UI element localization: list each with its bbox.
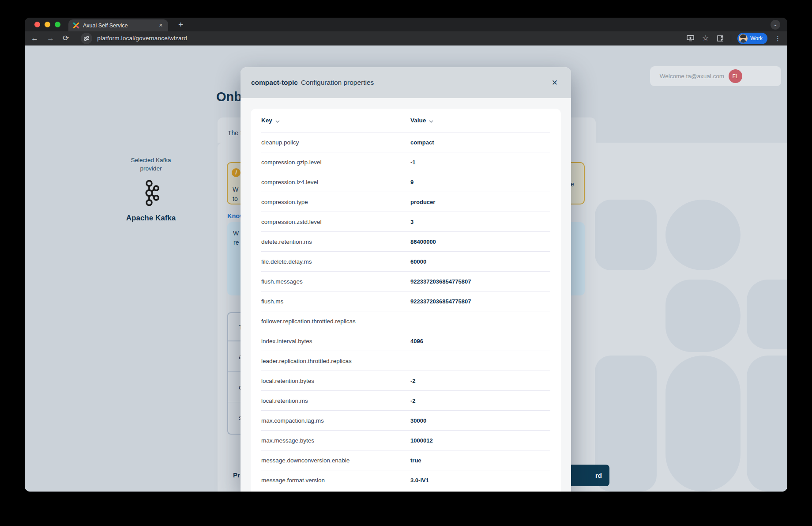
table-row[interactable]: flush.ms9223372036854775807	[261, 291, 550, 311]
table-row[interactable]: flush.messages9223372036854775807	[261, 272, 550, 291]
macos-zoom-button[interactable]	[55, 22, 60, 27]
config-value: 30000	[410, 417, 426, 424]
config-value: 4096	[410, 338, 423, 344]
modal-title: Configuration properties	[301, 79, 550, 87]
info-text-fragment: re	[233, 239, 239, 246]
welcome-chip: Welcome ta@axual.com FL	[650, 66, 781, 86]
welcome-text: Welcome ta@axual.com	[658, 73, 724, 79]
browser-menu-icon[interactable]: ⋮	[774, 34, 781, 42]
modal-header: compact-topic Configuration properties ✕	[241, 67, 571, 98]
config-table: Key Value cleanup.policycompactc	[251, 109, 561, 492]
config-key: follower.replication.throttled.replicas	[261, 318, 410, 325]
table-row[interactable]: max.compaction.lag.ms30000	[261, 411, 550, 431]
config-key: compression.type	[261, 199, 410, 205]
table-row[interactable]: local.retention.bytes-2	[261, 371, 550, 391]
profile-avatar	[739, 34, 748, 43]
close-icon[interactable]: ✕	[550, 77, 560, 88]
extensions-puzzle-icon[interactable]	[717, 35, 724, 42]
table-row[interactable]: leader.replication.throttled.replicas	[261, 351, 550, 371]
config-key: flush.ms	[261, 298, 410, 305]
table-row[interactable]: compression.zstd.level3	[261, 212, 550, 232]
tab-close-icon[interactable]: ✕	[158, 23, 164, 28]
macos-close-button[interactable]	[34, 22, 40, 27]
decor-shape	[665, 200, 741, 270]
config-value: 9223372036854775807	[410, 298, 471, 305]
site-settings-icon[interactable]	[81, 33, 92, 44]
config-value: 9	[410, 179, 414, 185]
tab-search-button[interactable]: ⌄	[771, 20, 780, 30]
user-avatar[interactable]: FL	[729, 69, 742, 83]
info-warning-icon: i	[232, 168, 241, 177]
decor-shape	[665, 356, 741, 492]
warning-text-fragment: to	[233, 195, 238, 202]
profile-chip[interactable]: Work	[737, 33, 767, 44]
config-key: leader.replication.throttled.replicas	[261, 358, 410, 364]
modal-topic-name: compact-topic	[251, 79, 298, 87]
value-column-header[interactable]: Value	[410, 117, 426, 124]
config-value: 3.0-IV1	[410, 477, 429, 484]
browser-toolbar: ← → ⟳ platform.local/governance/wizard ☆	[25, 31, 787, 45]
reload-button[interactable]: ⟳	[63, 34, 69, 42]
config-key: compression.zstd.level	[261, 219, 410, 225]
tab-strip: Axual Self Service ✕ + ⌄	[25, 18, 787, 31]
provider-name: Apache Kafka	[107, 214, 195, 223]
config-value: -2	[410, 378, 416, 384]
sort-chevron-icon[interactable]	[429, 117, 433, 125]
save-to-device-icon[interactable]	[687, 35, 694, 42]
url-input[interactable]: platform.local/governance/wizard	[97, 35, 679, 42]
axual-favicon-icon	[73, 22, 79, 29]
config-value: -1	[410, 159, 416, 166]
browser-window: Axual Self Service ✕ + ⌄ ← → ⟳ platform.…	[25, 18, 787, 492]
table-row[interactable]: compression.typeproducer	[261, 192, 550, 212]
previous-button[interactable]: Pr	[233, 471, 240, 479]
tab-title: Axual Self Service	[83, 23, 158, 29]
config-value: 1000012	[410, 437, 433, 444]
config-key: local.retention.bytes	[261, 378, 410, 384]
config-value: 3	[410, 219, 414, 225]
modal-body: Key Value cleanup.policycompactc	[241, 98, 571, 492]
config-key: compression.lz4.level	[261, 179, 410, 185]
toolbar-divider	[731, 34, 731, 42]
macos-minimize-button[interactable]	[45, 22, 50, 27]
table-row[interactable]: max.message.bytes1000012	[261, 431, 550, 450]
table-row[interactable]: compression.lz4.level9	[261, 172, 550, 192]
table-row[interactable]: delete.retention.ms86400000	[261, 232, 550, 252]
app-page: Welcome ta@axual.com FL Onbo The f Selec…	[25, 45, 787, 492]
table-row[interactable]: cleanup.policycompact	[261, 132, 550, 152]
browser-tab[interactable]: Axual Self Service ✕	[68, 19, 168, 31]
config-value: compact	[410, 139, 434, 146]
decor-shape	[665, 280, 741, 352]
table-row[interactable]: local.retention.ms-2	[261, 391, 550, 411]
profile-name: Work	[750, 35, 763, 42]
config-value: -2	[410, 397, 416, 404]
config-key: local.retention.ms	[261, 397, 410, 404]
table-row[interactable]: message.downconversion.enabletrue	[261, 450, 550, 470]
decor-shape	[747, 356, 787, 492]
bookmark-star-icon[interactable]: ☆	[702, 34, 709, 43]
table-row[interactable]: compression.gzip.level-1	[261, 152, 550, 172]
decor-shape	[747, 280, 787, 349]
config-key: flush.messages	[261, 278, 410, 285]
table-row[interactable]: follower.replication.throttled.replicas	[261, 311, 550, 331]
config-key: file.delete.delay.ms	[261, 258, 410, 265]
config-key: message.downconversion.enable	[261, 457, 410, 464]
config-value: 60000	[410, 258, 426, 265]
table-row[interactable]: message.format.version3.0-IV1	[261, 470, 550, 490]
config-value: 9223372036854775807	[410, 278, 471, 285]
forward-button[interactable]: →	[47, 34, 54, 42]
configuration-modal: compact-topic Configuration properties ✕…	[241, 67, 571, 492]
table-row[interactable]: index.interval.bytes4096	[261, 331, 550, 351]
selected-provider-label: Selected Kafka provider	[107, 156, 195, 173]
warning-text-fragment: e	[571, 181, 574, 188]
config-value: 86400000	[410, 238, 436, 245]
back-button[interactable]: ←	[31, 34, 38, 42]
warning-text-fragment: W	[233, 186, 238, 193]
table-row[interactable]: file.delete.delay.ms60000	[261, 252, 550, 272]
decor-shape	[595, 200, 657, 270]
config-value: true	[410, 457, 421, 464]
new-tab-button[interactable]: +	[178, 19, 183, 30]
kafka-logo-icon	[142, 179, 161, 207]
config-key: index.interval.bytes	[261, 338, 410, 344]
key-column-header[interactable]: Key	[261, 117, 272, 124]
sort-chevron-icon[interactable]	[275, 117, 280, 125]
